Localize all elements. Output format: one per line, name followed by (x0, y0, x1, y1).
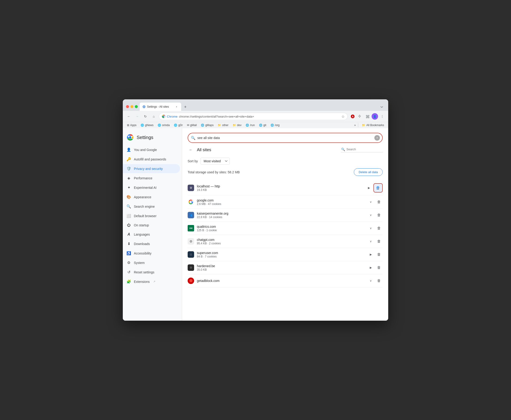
expand-localhost-button[interactable]: ▶ (366, 185, 372, 191)
site-name-google: google.com (197, 198, 365, 202)
delete-qualtrics-button[interactable]: 🗑 (375, 225, 383, 232)
tab-expand-button[interactable] (379, 105, 385, 111)
star-icon[interactable]: ☆ (341, 114, 345, 119)
site-favicon-getadblock: 🛑 (188, 278, 194, 284)
bookmark-other[interactable]: 📁 other (216, 123, 230, 127)
delete-localhost-button[interactable]: 🗑 (373, 183, 383, 193)
tab-bar: Settings - All sites × + (140, 103, 385, 111)
extension-icon[interactable] (357, 113, 363, 120)
maximize-button[interactable] (135, 105, 138, 108)
sidebar-item-default-browser[interactable]: ⬜ Default browser (123, 211, 180, 220)
bookmark-git-label: git (263, 124, 266, 127)
sidebar-item-reset-settings[interactable]: ↺ Reset settings (123, 268, 180, 277)
sites-search-input[interactable] (346, 148, 381, 151)
close-button[interactable] (126, 105, 129, 108)
expand-qualtrics-button[interactable]: ∨ (368, 225, 373, 231)
tab-close-button[interactable]: × (175, 105, 178, 109)
puzzle-icon[interactable] (364, 113, 371, 120)
bookmark-orinda[interactable]: 🌐 orinda (156, 123, 171, 127)
site-actions-superuser: ▶ 🗑 (368, 251, 383, 258)
bookmark-org-label: /org (275, 124, 280, 127)
site-favicon-qualtrics: XM (188, 225, 194, 232)
sidebar-item-appearance[interactable]: 🎨 Appearance (123, 193, 180, 202)
expand-kaiser-button[interactable]: ∨ (368, 212, 373, 218)
sidebar-item-privacy[interactable]: 🛡️ Privacy and security (123, 164, 180, 173)
active-tab[interactable]: Settings - All sites × (140, 103, 181, 111)
settings-search-input[interactable] (188, 133, 383, 143)
delete-getadblock-button[interactable]: 🗑 (375, 277, 383, 285)
shield-icon: 🛡️ (126, 166, 131, 171)
expand-chatgpt-button[interactable]: ∨ (368, 239, 373, 244)
gnews-icon: 🌐 (140, 124, 144, 127)
sidebar-item-you-google[interactable]: 👤 You and Google (123, 145, 180, 154)
bookmark-gdr[interactable]: 🌐 gDr (172, 123, 184, 127)
appearance-icon: 🎨 (126, 195, 131, 199)
bookmark-dev[interactable]: 📁 dev (231, 123, 243, 127)
site-actions-kaiser: ∨ 🗑 (368, 211, 383, 219)
expand-superuser-button[interactable]: ▶ (368, 252, 373, 257)
svg-point-16 (129, 136, 131, 139)
bookmark-orinda-label: orinda (162, 124, 170, 127)
delete-all-data-button[interactable]: Delete all data (354, 168, 383, 176)
sidebar-item-search-engine[interactable]: 🔍 Search engine (123, 202, 180, 211)
home-button[interactable]: ⌂ (150, 113, 157, 120)
address-full: chrome://settings/content/all?search=see… (179, 115, 254, 118)
bookmark-apps-label: Apps (130, 124, 136, 127)
svg-rect-12 (359, 115, 360, 116)
sort-dropdown[interactable]: Most visited Storage used Name (A-Z) (201, 158, 230, 165)
sidebar-item-system[interactable]: ⚙ System (123, 258, 180, 267)
adblock-icon[interactable]: A (349, 113, 356, 120)
expand-hardened-button[interactable]: ▶ (368, 265, 373, 270)
user-icon: 👤 (126, 148, 131, 152)
all-sites-back-button[interactable]: ← (188, 147, 194, 153)
site-item-getadblock: 🛑 getadblock.com ∨ 🗑 (188, 274, 383, 287)
site-item-chatgpt: ⚙ chatgpt.com 95.4 KB · 2 cookies ∨ 🗑 (188, 235, 383, 248)
delete-chatgpt-button[interactable]: 🗑 (375, 238, 383, 245)
bookmark-org[interactable]: 🌐 /org (269, 123, 281, 127)
sidebar-item-accessibility[interactable]: ♿ Accessibility (123, 249, 180, 258)
traffic-lights (126, 105, 138, 111)
new-tab-button[interactable]: + (182, 105, 189, 111)
sidebar-downloads-label: Downloads (134, 242, 150, 246)
sidebar-item-extensions[interactable]: 🧩 Extensions ↗ (123, 277, 180, 286)
search-clear-button[interactable]: × (374, 135, 380, 141)
delete-google-button[interactable]: 🗑 (375, 198, 383, 206)
bookmark-gmail[interactable]: ✉ gMail (186, 123, 198, 127)
delete-hardened-button[interactable]: 🗑 (375, 264, 383, 271)
site-favicon-kaiser: 👥 (188, 212, 194, 218)
site-meta-kaiser: 22.8 KB · 14 cookies (197, 216, 365, 219)
sidebar-languages-label: Languages (134, 232, 150, 236)
back-button[interactable]: ← (125, 113, 132, 120)
sidebar-search-engine-label: Search engine (134, 205, 155, 208)
svg-rect-11 (360, 116, 361, 117)
forward-button[interactable]: → (134, 113, 140, 120)
sidebar-item-autofill[interactable]: 🔑 Autofill and passwords (123, 155, 180, 164)
delete-superuser-button[interactable]: 🗑 (375, 251, 383, 258)
sidebar-item-languages[interactable]: A Languages (123, 230, 180, 239)
tab-settings-icon (142, 105, 146, 108)
site-info-superuser: superuser.com 84 B · 7 cookies (197, 251, 365, 258)
all-bookmarks-button[interactable]: 📁 All Bookmarks (361, 123, 386, 127)
bookmark-git[interactable]: 🌐 git (258, 123, 268, 127)
site-name-qualtrics: qualtrics.com (197, 225, 365, 228)
site-meta-chatgpt: 95.4 KB · 2 cookies (197, 242, 365, 245)
minimize-button[interactable] (130, 105, 133, 108)
expand-getadblock-button[interactable]: ∨ (368, 278, 373, 284)
bookmark-gmaps[interactable]: 🌐 gMaps (199, 123, 215, 127)
user-avatar[interactable]: 👤 (372, 113, 378, 120)
sidebar-item-downloads[interactable]: ⬇ Downloads (123, 239, 180, 248)
bookmark-gnews[interactable]: 🌐 gNews (139, 123, 155, 127)
bookmark-run[interactable]: 🌐 /run (244, 123, 256, 127)
sidebar-item-performance[interactable]: ◈ Performance (123, 173, 180, 183)
menu-button[interactable]: ⋮ (379, 113, 386, 120)
reload-button[interactable]: ↻ (142, 113, 149, 120)
bookmarks-more-button[interactable]: » (354, 124, 356, 127)
ai-icon: ✦ (126, 185, 131, 190)
address-bar[interactable]: Chrome chrome://settings/content/all?sea… (159, 113, 348, 120)
bookmark-gnews-label: gNews (145, 124, 154, 127)
bookmark-apps[interactable]: ⊞ Apps (125, 123, 138, 127)
expand-google-button[interactable]: ∨ (368, 199, 373, 205)
sidebar-item-on-startup[interactable]: ⏻ On startup (123, 221, 180, 230)
sidebar-item-experimental-ai[interactable]: ✦ Experimental AI (123, 183, 180, 192)
delete-kaiser-button[interactable]: 🗑 (375, 211, 383, 219)
